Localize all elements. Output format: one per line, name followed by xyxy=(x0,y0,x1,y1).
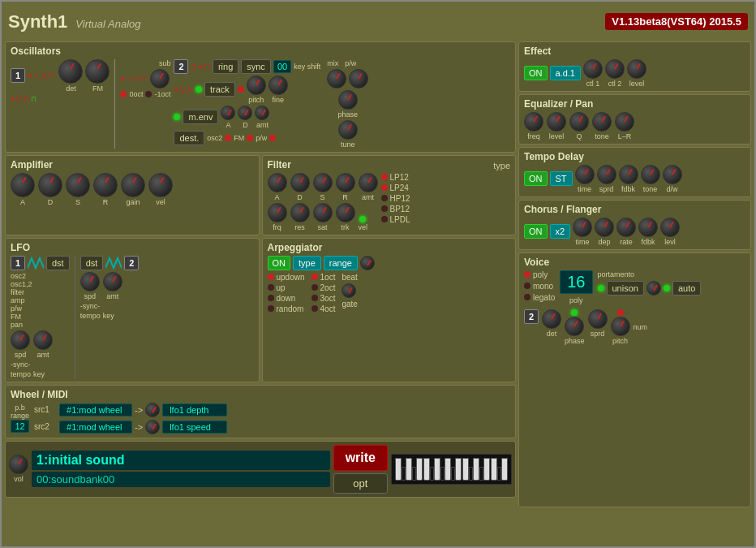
track-btn[interactable]: track xyxy=(204,82,235,97)
lp24-label[interactable]: LP24 xyxy=(390,183,409,192)
vol-knob[interactable] xyxy=(9,455,28,474)
hp12-label[interactable]: HP12 xyxy=(390,194,410,203)
filter-res-knob[interactable] xyxy=(290,203,310,222)
key-white[interactable] xyxy=(416,458,423,481)
lfo2-num[interactable]: 2 xyxy=(124,256,139,270)
write-button[interactable]: write xyxy=(333,445,388,471)
key-white[interactable] xyxy=(501,458,508,481)
filter-R-knob[interactable] xyxy=(336,173,355,192)
amp-S-knob[interactable] xyxy=(66,173,90,197)
arp-rate-knob[interactable] xyxy=(360,256,375,270)
key-black[interactable] xyxy=(479,467,483,481)
lfo1-dst-btn[interactable]: dst xyxy=(46,256,70,270)
effect-level-knob[interactable] xyxy=(627,59,646,79)
dest-btn[interactable]: dest. xyxy=(174,131,204,145)
eq-LR-knob[interactable] xyxy=(615,112,634,132)
lfo2-spd-knob[interactable] xyxy=(80,272,100,291)
chorus-x2-btn[interactable]: x2 xyxy=(550,224,571,239)
ring-btn[interactable]: ring xyxy=(213,59,238,74)
key-black[interactable] xyxy=(440,467,445,481)
src2-knob[interactable] xyxy=(145,420,160,434)
osc1-num[interactable]: 1 xyxy=(11,68,25,83)
amp-R-knob[interactable] xyxy=(93,173,118,197)
src1-dest[interactable]: lfo1 depth xyxy=(162,403,227,416)
amp-A-knob[interactable] xyxy=(11,173,35,197)
beat-knob[interactable] xyxy=(341,283,356,298)
filter-trk-knob[interactable] xyxy=(336,203,355,222)
effect-on-btn[interactable]: ON xyxy=(524,66,548,80)
menv-amt-knob[interactable] xyxy=(255,106,269,120)
tempo-fdbk-knob[interactable] xyxy=(619,165,638,184)
filter-frq-knob[interactable] xyxy=(268,203,287,222)
key-black[interactable] xyxy=(402,467,406,481)
chorus-time-knob[interactable] xyxy=(573,218,592,237)
sub-knob[interactable] xyxy=(150,69,170,88)
chorus-fdbk-knob[interactable] xyxy=(638,218,658,237)
sync-btn[interactable]: sync xyxy=(241,59,271,74)
amp-D-knob[interactable] xyxy=(38,173,62,197)
menv-D-knob[interactable] xyxy=(238,106,252,120)
filter-A-knob[interactable] xyxy=(268,173,287,192)
mix-knob[interactable] xyxy=(327,69,346,88)
lpdl-label[interactable]: LPDL xyxy=(390,215,410,224)
src2-dest[interactable]: lfo1 speed xyxy=(162,421,227,434)
tempo-time-knob[interactable] xyxy=(575,165,595,184)
voice-sprd-knob[interactable] xyxy=(588,309,608,329)
osc2-num[interactable]: 2 xyxy=(174,59,188,74)
key-white[interactable] xyxy=(462,458,469,481)
phase-knob[interactable] xyxy=(338,90,358,110)
key-white[interactable] xyxy=(445,458,451,481)
osc1-fm-knob[interactable] xyxy=(85,59,110,84)
preset-name[interactable]: 1:initial sound xyxy=(32,451,330,470)
src1-knob[interactable] xyxy=(145,403,160,417)
voice-phase-knob[interactable] xyxy=(565,317,584,336)
key-white[interactable] xyxy=(423,458,430,481)
src1-value[interactable]: #1:mod wheel xyxy=(59,403,132,416)
unison-btn[interactable]: unison xyxy=(607,281,644,296)
arp-range-btn[interactable]: range xyxy=(324,256,358,270)
tune-knob[interactable] xyxy=(338,120,358,140)
src2-value[interactable]: #1:mod wheel xyxy=(59,421,132,434)
key-white[interactable] xyxy=(483,458,490,481)
effect-ctl2-knob[interactable] xyxy=(605,59,625,79)
auto-btn[interactable]: auto xyxy=(672,281,701,296)
filter-S-knob[interactable] xyxy=(313,173,333,192)
filter-amt-knob[interactable] xyxy=(359,173,378,192)
key-white[interactable] xyxy=(406,458,412,481)
key-black[interactable] xyxy=(469,467,473,481)
lfo1-amt-knob[interactable] xyxy=(33,330,53,350)
arp-type-btn[interactable]: type xyxy=(293,256,321,270)
tempo-tone-knob[interactable] xyxy=(641,165,660,184)
key-white[interactable] xyxy=(434,458,440,481)
amp-vel-knob[interactable] xyxy=(148,173,173,197)
preset-bank[interactable]: 00:soundbank00 xyxy=(32,472,330,487)
osc1-det-knob[interactable] xyxy=(58,59,83,84)
chorus-on-btn[interactable]: ON xyxy=(524,224,548,239)
pitch-knob[interactable] xyxy=(247,76,266,95)
opt-button[interactable]: opt xyxy=(333,473,388,494)
lfo2-dst-btn[interactable]: dst xyxy=(80,256,104,270)
lp12-label[interactable]: LP12 xyxy=(390,173,409,182)
fine-knob[interactable] xyxy=(268,76,288,95)
lfo1-spd-knob[interactable] xyxy=(11,330,30,350)
arp-on-btn[interactable]: ON xyxy=(268,256,291,270)
key-black[interactable] xyxy=(497,467,501,481)
menv-A-knob[interactable] xyxy=(221,106,235,120)
menv-btn[interactable]: m.env xyxy=(183,110,218,124)
eq-tone-knob[interactable] xyxy=(592,112,612,132)
amp-gain-knob[interactable] xyxy=(121,173,145,197)
key-white[interactable] xyxy=(395,458,402,481)
key-black[interactable] xyxy=(451,467,455,481)
tempo-dw-knob[interactable] xyxy=(663,165,682,184)
eq-level-knob[interactable] xyxy=(547,112,566,132)
chorus-dep-knob[interactable] xyxy=(595,218,614,237)
eq-Q-knob[interactable] xyxy=(569,112,589,132)
lfo1-num[interactable]: 1 xyxy=(11,256,25,270)
effect-ctl1-knob[interactable] xyxy=(583,59,603,79)
tempo-sprd-knob[interactable] xyxy=(597,165,616,184)
key-white[interactable] xyxy=(491,458,497,481)
voice-det-knob[interactable] xyxy=(542,309,561,329)
lfo2-amt-knob[interactable] xyxy=(103,272,122,291)
voice-num-box[interactable]: 2 xyxy=(524,309,539,324)
key-black[interactable] xyxy=(412,467,416,481)
